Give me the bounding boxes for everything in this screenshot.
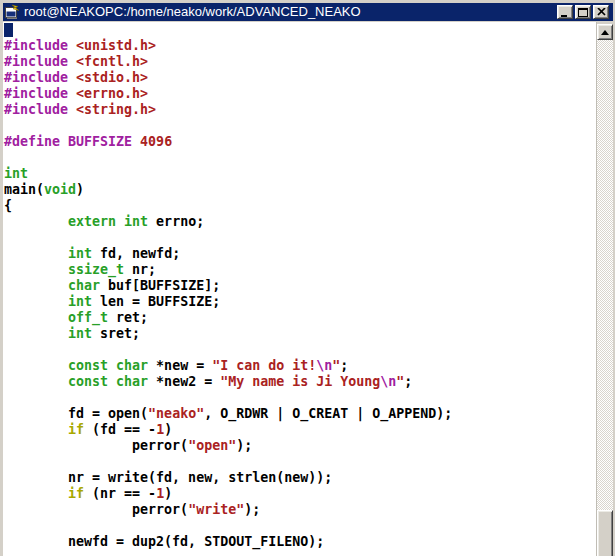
code-line: char buf[BUFFSIZE]; <box>4 278 596 294</box>
titlebar[interactable]: root@NEAKOPC:/home/neako/work/ADVANCED_N… <box>3 3 613 21</box>
code-line: #include <string.h> <box>4 102 596 118</box>
code-line: #include <stdio.h> <box>4 70 596 86</box>
code-line: if (nr == -1) <box>4 486 596 502</box>
code-line: int sret; <box>4 326 596 342</box>
code-line <box>4 342 596 358</box>
code-line: fd = open("neako", O_RDWR | O_CREAT | O_… <box>4 406 596 422</box>
code-line: int fd, newfd; <box>4 246 596 262</box>
code-line <box>4 150 596 166</box>
close-button[interactable] <box>593 5 609 19</box>
scrollbar-track[interactable] <box>597 40 613 510</box>
code-line: main(void) <box>4 182 596 198</box>
terminal-window: root@NEAKOPC:/home/neako/work/ADVANCED_N… <box>0 0 615 556</box>
code-line: { <box>4 198 596 214</box>
code-line: #include <errno.h> <box>4 86 596 102</box>
code-line: const char *new2 = "My name is Ji Young\… <box>4 374 596 390</box>
minimize-button[interactable] <box>557 5 573 19</box>
code-line: int <box>4 166 596 182</box>
maximize-button[interactable] <box>575 5 591 19</box>
code-area[interactable]: #include <unistd.h>#include <fcntl.h>#in… <box>3 22 596 550</box>
code-line: nr = write(fd, new, strlen(new)); <box>4 470 596 486</box>
code-line: ssize_t nr; <box>4 262 596 278</box>
code-line: const char *new = "I can do it!\n"; <box>4 358 596 374</box>
code-line <box>4 22 596 38</box>
code-line: off_t ret; <box>4 310 596 326</box>
code-line: perror("write"); <box>4 502 596 518</box>
code-line <box>4 118 596 134</box>
terminal-content[interactable]: #include <unistd.h>#include <fcntl.h>#in… <box>3 22 596 556</box>
code-line <box>4 390 596 406</box>
code-line: #include <fcntl.h> <box>4 54 596 70</box>
code-line <box>4 230 596 246</box>
scrollbar-up-button[interactable] <box>597 24 613 40</box>
terminal-cursor <box>4 23 13 37</box>
window-controls <box>557 5 609 19</box>
scrollbar-thumb[interactable] <box>597 510 613 556</box>
window-title: root@NEAKOPC:/home/neako/work/ADVANCED_N… <box>24 3 557 21</box>
code-line: extern int errno; <box>4 214 596 230</box>
up-arrow-icon <box>601 30 609 35</box>
code-line: #include <unistd.h> <box>4 38 596 54</box>
code-line: perror("open"); <box>4 438 596 454</box>
terminal-icon[interactable] <box>4 4 20 20</box>
code-line: int len = BUFFSIZE; <box>4 294 596 310</box>
scrollbar <box>596 22 613 556</box>
code-line: if (fd == -1) <box>4 422 596 438</box>
code-line <box>4 454 596 470</box>
code-line <box>4 518 596 534</box>
code-line: newfd = dup2(fd, STDOUT_FILENO); <box>4 534 596 550</box>
code-line: #define BUFFSIZE 4096 <box>4 134 596 150</box>
